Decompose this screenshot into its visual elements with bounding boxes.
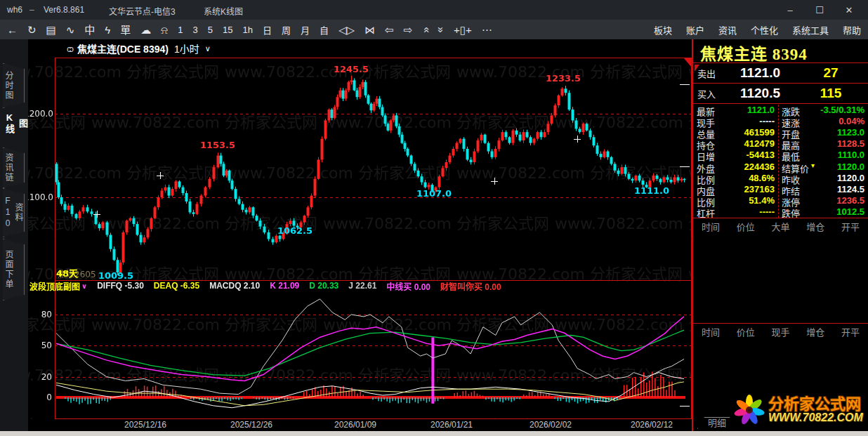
sidebar-tab-F10资料[interactable]: F10资料	[3, 188, 25, 237]
lightning-icon[interactable]: ϟ	[105, 25, 110, 35]
period-button-自[interactable]: 自	[320, 23, 329, 37]
tick-col-增仓: 增仓	[798, 220, 833, 233]
period-button-1[interactable]: 1	[178, 25, 183, 35]
quote-value: 1120.0	[810, 173, 864, 183]
period-button-15[interactable]: 15	[223, 25, 232, 35]
period-button-1h[interactable]: 1h	[242, 25, 252, 35]
kline-chart-canvas[interactable]	[28, 58, 692, 419]
period-button-5[interactable]: 5	[208, 25, 213, 35]
tick-col-大单: 大单	[763, 220, 798, 233]
quote-value: -----	[724, 206, 775, 217]
sub-indicator-name[interactable]: 波段顶底副图∨	[29, 280, 87, 292]
bid-price: 1120.5	[727, 86, 794, 101]
quote-value: 1124.5	[810, 184, 864, 194]
period-button-日[interactable]: 日	[263, 23, 272, 37]
ask-price: 1121.0	[727, 65, 794, 81]
quote-value: 1012.5	[810, 206, 864, 217]
maximize-button[interactable]: ☐	[805, 0, 834, 20]
toolbar-menus: 板块账户资讯个性化系统工具帮助	[654, 23, 861, 37]
period-label[interactable]: 1小时	[174, 41, 199, 55]
bid-volume: 115	[794, 86, 868, 101]
quote-value: 237163	[724, 184, 775, 194]
menu-资讯[interactable]: 资讯	[718, 23, 737, 37]
menu-板块[interactable]: 板块	[654, 23, 672, 37]
bid-row[interactable]: 买入 1120.5 115	[693, 84, 868, 103]
divider	[693, 323, 868, 324]
chevron-down-icon[interactable]: ∨	[81, 282, 87, 290]
quote-value: 51.4%	[724, 195, 775, 206]
period-button-周[interactable]: 周	[282, 23, 291, 37]
close-button[interactable]: ✕	[834, 0, 864, 20]
refresh-icon[interactable]: ↻	[27, 25, 37, 35]
page-left-icon[interactable]: ⇦	[385, 25, 394, 35]
logo-site-name[interactable]: 分析家公式网	[768, 396, 863, 412]
quote-row: 比例51.4%涨停1236.5	[693, 195, 868, 206]
quote-value: -----	[724, 116, 775, 126]
tick-col-增仓: 增仓	[798, 325, 833, 338]
chevron-down-icon[interactable]: ∨	[205, 44, 211, 53]
sidebar-tab-分时图[interactable]: 分时图	[3, 63, 25, 108]
insert-icon[interactable]: +▯+	[454, 25, 472, 35]
flower-logo-icon	[733, 392, 765, 428]
link-icon[interactable]: cᴐ	[67, 44, 72, 54]
bell-icon[interactable]: ⍾	[161, 25, 168, 35]
compress-icon[interactable]: ◁▷	[338, 25, 355, 35]
page-right-icon[interactable]: ⇨	[404, 25, 413, 35]
indicator-param-DIFFQ: DIFFQ -5.30	[97, 281, 144, 291]
order-board-icon[interactable]: 中	[84, 25, 95, 35]
site-logo: 分析家公式网 WWW.70822.COM	[733, 390, 867, 430]
date-label: 2026/01/21	[430, 420, 473, 430]
quote-value: 0.04%	[810, 116, 864, 126]
menu-账户[interactable]: 账户	[686, 23, 704, 37]
window-bottom-edge	[0, 431, 868, 436]
order-form-icon[interactable]: 單	[120, 25, 131, 35]
logo-site-url[interactable]: WWW.70822.COM	[768, 412, 863, 424]
quote-value: 1123.0	[810, 127, 864, 138]
grid-divider	[778, 105, 779, 218]
quote-row: 最新1121.0涨跌-3.5/0.31%	[693, 105, 868, 116]
scroll-up-icon[interactable]: »	[420, 27, 430, 32]
quote-row: 杠杆-----跌停1012.5	[693, 206, 868, 218]
minimize-button[interactable]: –	[775, 0, 805, 20]
quote-row: 比例48.6%昨收1120.0	[693, 173, 868, 184]
sub-indicator-title: 波段顶底副图	[29, 280, 80, 292]
sidebar-tab-K线图[interactable]: K线图	[3, 105, 24, 142]
cloud-flash-icon[interactable]: ☁	[140, 25, 151, 35]
ask-volume: 27	[794, 65, 868, 81]
ask-row[interactable]: 卖出 1121.0 27	[693, 63, 868, 83]
scroll-down-icon[interactable]: »	[435, 27, 446, 32]
tick-col-价位: 价位	[728, 220, 763, 233]
period-button-3[interactable]: 3	[193, 25, 198, 35]
menu-系统工具[interactable]: 系统工具	[792, 23, 829, 37]
window-controls: – ☐ ✕	[775, 0, 864, 20]
bowtie-icon[interactable]: ⋈	[364, 25, 375, 35]
page-mode: 系统K线图	[204, 5, 243, 17]
menu-帮助[interactable]: 帮助	[843, 23, 861, 37]
kline-icon[interactable]: ∿	[66, 25, 75, 35]
quote-row: 内盘237163昨结1124.5	[693, 184, 868, 195]
app-version: Ver6.8.861	[44, 5, 84, 15]
quote-row: 外盘224436结算价▾1120.0	[693, 161, 868, 173]
sidebar-tab-页面下单[interactable]: 页面下单	[3, 239, 25, 300]
quote-row: 持仓412479最高1128.5	[693, 138, 868, 150]
indicator-param-MACDQ: MACDQ 2.10	[209, 281, 260, 291]
date-label: 2026/01/09	[334, 420, 376, 430]
tick-col-开平: 开平	[833, 325, 868, 338]
quote-value: 1128.5	[810, 138, 864, 149]
indicator-label-row: 波段顶底副图∨DIFFQ -5.30DEAQ -6.35MACDQ 2.10K …	[29, 280, 690, 291]
contract-title[interactable]: 焦煤主连(DCE 8394)	[77, 41, 169, 55]
quote-value: 224436	[724, 161, 775, 172]
date-label: 2025/12/26	[230, 420, 272, 430]
date-axis: 2025/12/162025/12/262026/01/092026/01/21…	[28, 420, 692, 431]
detail-tab[interactable]: 明细	[697, 417, 737, 429]
app-window: wh6 – Ver6.8.861 文华云节点-电信3 系统K线图 – ☐ ✕ ←…	[0, 0, 868, 436]
panel-contract-title[interactable]: 焦煤主连 8394	[693, 41, 868, 62]
back-icon[interactable]: ←	[7, 25, 18, 35]
more-icon[interactable]: ⋯	[482, 25, 492, 35]
bid-label: 买入	[693, 87, 727, 100]
report-icon[interactable]: ▤	[46, 25, 56, 35]
menu-个性化[interactable]: 个性化	[751, 23, 778, 37]
period-button-月[interactable]: 月	[301, 23, 310, 37]
server-node: 文华云节点-电信3	[109, 5, 176, 17]
sidebar-tab-资讯链[interactable]: 资讯链	[3, 147, 25, 188]
